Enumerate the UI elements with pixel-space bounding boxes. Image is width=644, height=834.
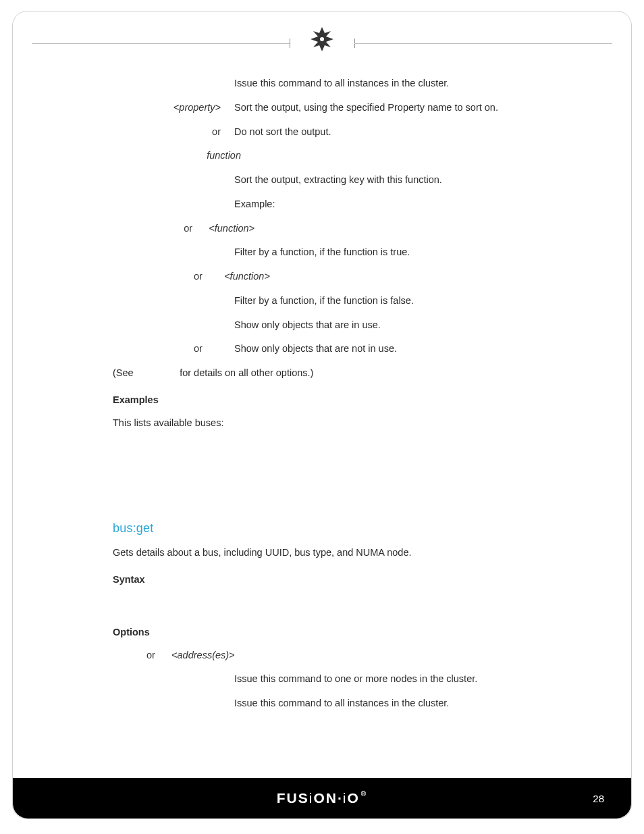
label-or: or xyxy=(146,650,155,660)
option-row: or <function> xyxy=(113,221,564,236)
svg-point-0 xyxy=(320,37,324,41)
option-row: function xyxy=(113,149,564,163)
option-desc: Sort the output, using the specified Pro… xyxy=(234,101,564,115)
page-card: Issue this command to all instances in t… xyxy=(12,11,632,819)
option-label: or <function> xyxy=(113,221,268,236)
page-content: Issue this command to all instances in t… xyxy=(113,76,564,737)
label-arg: <function> xyxy=(209,223,254,234)
option-label: or xyxy=(113,125,234,140)
option-label: <property> xyxy=(113,101,234,115)
option-desc: Sort the output, extracting key with thi… xyxy=(234,173,564,188)
option-desc-row: Filter by a function, if the function is… xyxy=(113,245,564,260)
brand-part: ON· xyxy=(313,790,342,806)
option-row: or Show only objects that are not in use… xyxy=(113,342,564,357)
page-footer: FUSiON·iO® 28 xyxy=(13,778,631,818)
examples-text: This lists available buses: xyxy=(113,416,564,431)
label-or: or xyxy=(184,223,192,234)
option-desc: Show only objects that are in use. xyxy=(234,318,564,333)
option-row: <property> Sort the output, using the sp… xyxy=(113,101,564,115)
label-arg: <address(es)> xyxy=(171,650,235,660)
option-desc-row: Issue this command to all instances in t… xyxy=(113,696,564,711)
option-label: function xyxy=(113,149,254,163)
busget-intro: Gets details about a bus, including UUID… xyxy=(113,546,564,561)
option-desc-row: Sort the output, extracting key with thi… xyxy=(113,173,564,188)
option-desc: Issue this command to one or more nodes … xyxy=(234,672,564,687)
option-label: or <function> xyxy=(113,269,288,284)
option-desc: Issue this command to all instances in t… xyxy=(234,76,564,91)
option-row: or <address(es)> xyxy=(113,648,564,663)
option-desc: Filter by a function, if the function is… xyxy=(234,245,564,260)
syntax-heading: Syntax xyxy=(113,573,564,588)
option-label: or <address(es)> xyxy=(113,648,248,663)
options-heading: Options xyxy=(113,625,564,640)
examples-heading: Examples xyxy=(113,393,564,408)
option-desc-row: Example: xyxy=(113,197,564,212)
option-desc-row: Show only objects that are in use. xyxy=(113,318,564,333)
label-or: or xyxy=(113,342,234,357)
see-suffix: for details on all other options.) xyxy=(180,367,313,378)
section-title-busget: bus:get xyxy=(113,519,564,538)
see-other-options: (See for details on all other options.) xyxy=(113,366,564,381)
option-desc: Example: xyxy=(234,197,564,212)
option-desc-row: Filter by a function, if the function is… xyxy=(113,294,564,309)
option-row: Issue this command to all instances in t… xyxy=(113,76,564,91)
option-row: or Do not sort the output. xyxy=(113,125,564,140)
option-row: or <function> xyxy=(113,269,564,284)
option-label xyxy=(113,76,234,91)
option-desc: Filter by a function, if the function is… xyxy=(234,294,564,309)
brand-part: FUS xyxy=(277,790,309,806)
option-desc: Issue this command to all instances in t… xyxy=(234,696,564,711)
label-arg: <function> xyxy=(224,271,270,282)
registered-mark: ® xyxy=(361,790,367,798)
brand-part: O xyxy=(347,790,359,806)
option-desc: Show only objects that are not in use. xyxy=(234,342,564,357)
page-number: 28 xyxy=(593,793,604,804)
label-or: or xyxy=(194,271,203,282)
brand-wordmark: FUSiON·iO® xyxy=(277,790,367,806)
option-desc-row: Issue this command to one or more nodes … xyxy=(113,672,564,687)
brand-mark-icon xyxy=(308,25,336,56)
option-desc: Do not sort the output. xyxy=(234,125,564,140)
see-prefix: (See xyxy=(113,367,134,378)
